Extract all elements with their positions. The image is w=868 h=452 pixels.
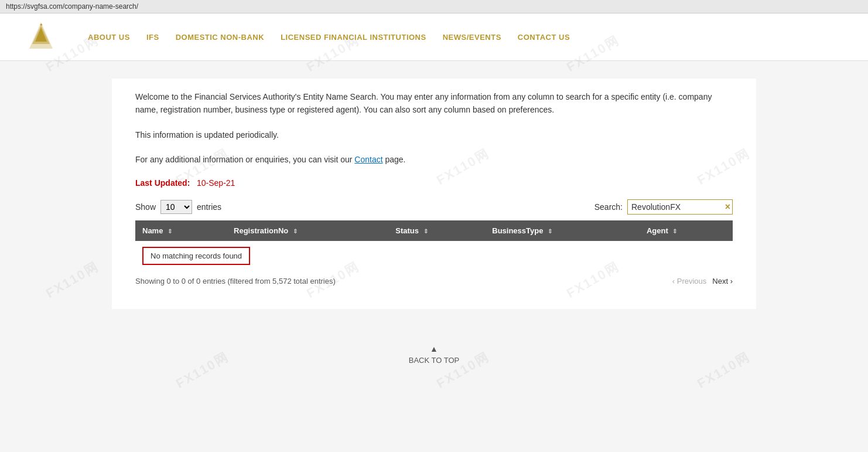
col-name[interactable]: Name ⇕ (135, 220, 227, 241)
url-text: https://svgfsa.com/company-name-search/ (6, 2, 138, 11)
entries-select[interactable]: 10 25 50 100 (160, 200, 192, 214)
navbar: ✦ ABOUT US IFS DOMESTIC NON-BANK LICENSE… (0, 13, 868, 61)
sort-icon-status: ⇕ (423, 228, 428, 235)
nav-licensed-fi[interactable]: LICENSED FINANCIAL INSTITUTIONS (281, 33, 426, 42)
results-table: Name ⇕ RegistrationNo ⇕ Status ⇕ Busines… (135, 220, 733, 271)
contact-link[interactable]: Contact (354, 155, 382, 164)
table-body: No matching records found (135, 241, 733, 271)
back-to-top[interactable]: ▲ BACK TO TOP (0, 327, 868, 376)
nav-ifs[interactable]: IFS (146, 33, 159, 42)
table-footer: Showing 0 to 0 of 0 entries (filtered fr… (135, 277, 733, 286)
col-regno[interactable]: RegistrationNo ⇕ (227, 220, 388, 241)
table-header: Name ⇕ RegistrationNo ⇕ Status ⇕ Busines… (135, 220, 733, 241)
table-row-no-records: No matching records found (135, 241, 733, 271)
arrow-up-icon: ▲ (0, 344, 868, 354)
controls-row: Show 10 25 50 100 entries Search: × (135, 199, 733, 215)
search-input[interactable] (627, 199, 733, 215)
sort-icon-name: ⇕ (168, 228, 172, 235)
show-entries: Show 10 25 50 100 entries (135, 200, 221, 214)
search-label: Search: (594, 202, 623, 212)
nav-links: ABOUT US IFS DOMESTIC NON-BANK LICENSED … (88, 33, 570, 42)
showing-text: Showing 0 to 0 of 0 entries (filtered fr… (135, 277, 336, 286)
nav-domestic-non-bank[interactable]: DOMESTIC NON-BANK (176, 33, 265, 42)
sort-icon-businesstype: ⇕ (548, 228, 552, 235)
col-businesstype[interactable]: BusinessType ⇕ (485, 220, 640, 241)
search-box: Search: × (594, 199, 733, 215)
last-updated: Last Updated: 10-Sep-21 (135, 178, 733, 188)
sort-icon-agent: ⇕ (672, 228, 677, 235)
intro-paragraph2: This information is updated periodically… (135, 128, 733, 141)
nav-about-us[interactable]: ABOUT US (88, 33, 130, 42)
search-input-wrapper: × (627, 199, 733, 215)
col-agent[interactable]: Agent ⇕ (640, 220, 733, 241)
col-status[interactable]: Status ⇕ (388, 220, 485, 241)
clear-search-button[interactable]: × (725, 202, 730, 212)
logo[interactable]: ✦ (23, 19, 59, 55)
previous-button[interactable]: ‹ Previous (672, 277, 707, 286)
pagination: ‹ Previous Next › (672, 277, 733, 286)
intro-paragraph1: Welcome to the Financial Services Author… (135, 90, 733, 117)
show-label: Show (135, 202, 156, 212)
nav-contact-us[interactable]: CONTACT US (518, 33, 570, 42)
last-updated-label: Last Updated: (135, 178, 190, 188)
intro-paragraph3: For any additional information or enquir… (135, 153, 733, 166)
sort-icon-regno: ⇕ (293, 228, 298, 235)
nav-news-events[interactable]: NEWS/EVENTS (443, 33, 501, 42)
svg-text:✦: ✦ (39, 22, 43, 28)
next-button[interactable]: Next › (712, 277, 733, 286)
no-records-message: No matching records found (142, 247, 250, 265)
back-to-top-label: BACK TO TOP (409, 356, 459, 365)
main-content: Welcome to the Financial Services Author… (112, 79, 756, 309)
entries-label: entries (197, 202, 221, 212)
last-updated-value: 10-Sep-21 (197, 178, 235, 188)
address-bar: https://svgfsa.com/company-name-search/ (0, 0, 868, 13)
